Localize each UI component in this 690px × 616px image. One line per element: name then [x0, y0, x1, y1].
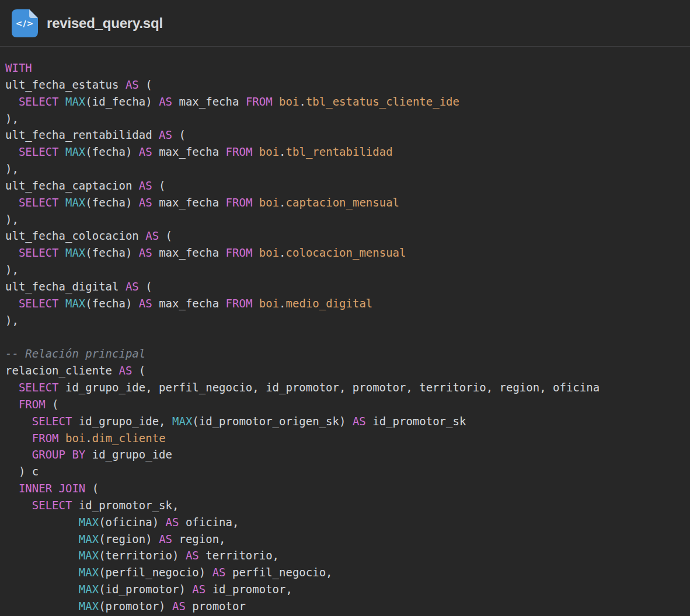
code-line: ), [5, 211, 685, 228]
code-line: ult_fecha_estatus AS ( [5, 76, 685, 93]
code-line: MAX(id_promotor) AS id_promotor, [5, 581, 685, 598]
code-line: ult_fecha_digital AS ( [5, 278, 685, 295]
code-line: SELECT id_promotor_sk, [5, 497, 685, 514]
code-line: FROM ( [5, 396, 685, 413]
code-line: MAX(promotor) AS promotor [5, 598, 685, 615]
code-line: SELECT MAX(id_fecha) AS max_fecha FROM b… [5, 93, 685, 110]
code-line: ult_fecha_rentabilidad AS ( [5, 127, 685, 144]
code-line: MAX(region) AS region, [5, 531, 685, 548]
code-line: MAX(perfil_negocio) AS perfil_negocio, [5, 564, 685, 581]
code-line: ), [5, 110, 685, 127]
code-line: relacion_cliente AS ( [5, 362, 685, 379]
code-line: ), [5, 261, 685, 278]
code-line: MAX(territorio) AS territorio, [5, 547, 685, 564]
code-line: SELECT MAX(fecha) AS max_fecha FROM boi.… [5, 194, 685, 211]
code-line: FROM boi.dim_cliente [5, 430, 685, 447]
code-line: SELECT MAX(fecha) AS max_fecha FROM boi.… [5, 244, 685, 261]
code-line: MAX(oficina) AS oficina, [5, 514, 685, 531]
file-title: revised_query.sql [47, 15, 163, 32]
code-line: SELECT MAX(fecha) AS max_fecha FROM boi.… [5, 295, 685, 312]
code-line: GROUP BY id_grupo_ide [5, 446, 685, 463]
code-brackets-icon: </> [12, 19, 38, 28]
code-viewer[interactable]: WITHult_fecha_estatus AS ( SELECT MAX(id… [0, 47, 690, 615]
code-line: ), [5, 312, 685, 329]
code-line: SELECT id_grupo_ide, MAX(id_promotor_ori… [5, 413, 685, 430]
code-line: INNER JOIN ( [5, 480, 685, 497]
code-line: SELECT MAX(fecha) AS max_fecha FROM boi.… [5, 144, 685, 160]
code-line: -- Relación principal [5, 345, 685, 362]
code-line: ), [5, 160, 685, 177]
code-line: WITH [5, 60, 685, 76]
code-line: ) c [5, 463, 685, 480]
code-line: ult_fecha_colocacion AS ( [5, 228, 685, 244]
code-line: ult_fecha_captacion AS ( [5, 177, 685, 194]
file-header-inner: </> revised_query.sql [12, 9, 163, 37]
code-file-icon: </> [12, 9, 38, 37]
file-header: </> revised_query.sql [0, 0, 690, 47]
code-line: SELECT id_grupo_ide, perfil_negocio, id_… [5, 379, 685, 396]
code-line [5, 329, 685, 346]
